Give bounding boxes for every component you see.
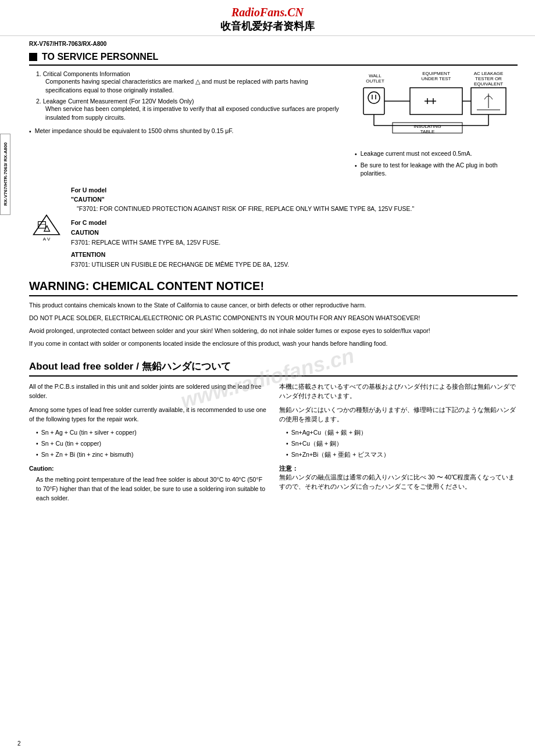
service-right: WALL OUTLET EQUIPMENT UNDER TEST AC LEAK…: [355, 70, 518, 180]
brand-title: RadioFans.CN: [0, 6, 535, 19]
warning-title: WARNING: CHEMICAL CONTENT NOTICE!: [29, 280, 518, 296]
service-left: 1. Critical Components Information Compo…: [29, 70, 343, 180]
svg-text:TESTER OR: TESTER OR: [475, 76, 502, 81]
bullet-text: Sn+Ag+Cu（錫 + 銀 + 銅）: [291, 428, 367, 438]
svg-text:OUTLET: OUTLET: [366, 78, 384, 84]
for-u-caution-text: "F3701: FOR CONTINUED PROTECTION AGAINST…: [77, 205, 518, 214]
service-title-text: TO SERVICE PERSONNEL: [42, 52, 158, 62]
list-item: • Leakage current must not exceed 0.5mA.: [355, 149, 518, 159]
model-label: RX-V767/HTR-7063/RX-A800: [29, 41, 518, 47]
service-section: TO SERVICE PERSONNEL 1. Critical Compone…: [29, 52, 518, 269]
bullet-dot: •: [355, 150, 357, 159]
caution-section: △ A V For U model "CAUTION" "F3701: FOR …: [29, 186, 518, 269]
item-body: Components having special characteristic…: [45, 77, 343, 94]
service-title: TO SERVICE PERSONNEL: [29, 52, 518, 66]
right-note-text: 無鉛ハンダの融点温度は通常の鉛入りハンダに比べ 30 〜 40℃程度高くなってい…: [279, 473, 518, 492]
bullet-dot: •: [355, 162, 357, 178]
list-item: • Sn+Zn+Bi（錫 + 亜鉛 + ビスマス）: [286, 450, 518, 460]
lead-right: 本機に搭載されているすべての基板およびハンダ付けによる接合部は無鉛ハンダでハンダ…: [279, 382, 518, 503]
list-item: 1. Critical Components Information Compo…: [36, 70, 343, 94]
lead-title: About lead free solder / 無鉛ハンダについて: [29, 360, 518, 377]
header: RadioFans.CN 收音机爱好者资料库: [0, 0, 535, 36]
item-title: 2. Leakage Current Measurement (For 120V…: [36, 98, 194, 105]
list-item: • Sn + Cu (tin + copper): [36, 439, 268, 449]
svg-text:TABLE: TABLE: [420, 129, 435, 134]
lead-para-1: All of the P.C.B.s installed in this uni…: [29, 382, 268, 401]
leakage-diagram: WALL OUTLET EQUIPMENT UNDER TEST AC LEAK…: [358, 70, 515, 146]
bullet-dot: •: [36, 428, 38, 438]
right-note: 注意： 無鉛ハンダの融点温度は通常の鉛入りハンダに比べ 30 〜 40℃程度高く…: [279, 464, 518, 492]
list-item: 2. Leakage Current Measurement (For 120V…: [36, 98, 343, 121]
bullet-dot: •: [286, 439, 288, 449]
bullet-dot: •: [36, 450, 38, 460]
bullet-text: Sn+Cu（錫 + 銅）: [291, 439, 343, 449]
diagram: WALL OUTLET EQUIPMENT UNDER TEST AC LEAK…: [355, 70, 518, 146]
lead-right-para-1: 本機に搭載されているすべての基板およびハンダ付けによる接合部は無鉛ハンダでハンダ…: [279, 382, 518, 401]
lead-para-2: Among some types of lead free solder cur…: [29, 406, 268, 424]
warning-para-3: Avoid prolonged, unprotected contact bet…: [29, 327, 518, 336]
for-c-section: For C model CAUTION F3701: REPLACE WITH …: [71, 218, 518, 269]
for-c-caution-text: F3701: REPLACE WITH SAME TYPE 8A, 125V F…: [71, 238, 518, 248]
page-number: 2: [17, 740, 21, 747]
attention-text: F3701: UTILISER UN FUSIBLE DE RECHANGE D…: [71, 260, 518, 270]
list-item: • Sn+Ag+Cu（錫 + 銀 + 銅）: [286, 428, 518, 438]
bullet-text: Sn + Ag + Cu (tin + silver + copper): [41, 428, 137, 438]
svg-text:INSULATING: INSULATING: [413, 124, 441, 129]
list-item: • Meter impedance should be equivalent t…: [29, 127, 343, 136]
warning-para-2: DO NOT PLACE SOLDER, ELECTRICAL/ELECTRON…: [29, 314, 518, 323]
for-u-caution-label: "CAUTION": [71, 195, 518, 205]
bullet-dot: •: [29, 127, 31, 136]
svg-text:EQUIVALENT: EQUIVALENT: [474, 81, 503, 87]
list-item: • Sn + Ag + Cu (tin + silver + copper): [36, 428, 268, 438]
item-title: 1. Critical Components Information: [36, 70, 130, 77]
caution-text: For U model "CAUTION" "F3701: FOR CONTIN…: [71, 186, 518, 269]
lead-right-bullet-list: • Sn+Ag+Cu（錫 + 銀 + 銅） • Sn+Cu（錫 + 銅） • S…: [286, 428, 518, 459]
black-square-icon: [29, 53, 37, 61]
for-c-caution-label: CAUTION: [71, 228, 518, 238]
caution-note-text: As the melting point temperature of the …: [36, 475, 268, 503]
bullet-text: Sn + Zn + Bi (tin + zinc + bismuth): [41, 450, 134, 460]
caution-triangle-icon: △: [32, 213, 61, 237]
item-body: When service has been completed, it is i…: [45, 105, 343, 121]
lead-content: All of the P.C.B.s installed in this uni…: [29, 382, 518, 503]
caution-note-head: Caution:: [29, 464, 268, 474]
warning-para-1: This product contains chemicals known to…: [29, 301, 518, 310]
for-u-model-head: For U model: [71, 186, 518, 195]
svg-text:EQUIPMENT: EQUIPMENT: [422, 71, 450, 76]
bullet-dot: •: [36, 439, 38, 449]
bullet-dot: •: [286, 450, 288, 460]
service-content: 1. Critical Components Information Compo…: [29, 70, 518, 180]
bullet-text: Meter impedance should be equivalent to …: [35, 127, 234, 136]
attention-label: ATTENTION: [71, 250, 518, 260]
main-content: RX-V767/HTR-7063/RX-A800 TO SERVICE PERS…: [12, 36, 535, 508]
for-c-model-head: For C model: [71, 218, 518, 228]
warning-section: WARNING: CHEMICAL CONTENT NOTICE! This p…: [29, 280, 518, 348]
numbered-list: 1. Critical Components Information Compo…: [36, 70, 343, 122]
lead-right-para-2: 無鉛ハンダにはいくつかの種類がありますが、修理時には下記のような無鉛ハンダの使用…: [279, 406, 518, 424]
bullet-dot: •: [286, 428, 288, 438]
right-note-head: 注意：: [279, 464, 518, 474]
lead-section: About lead free solder / 無鉛ハンダについて All o…: [29, 360, 518, 503]
svg-text:WALL: WALL: [369, 73, 381, 78]
lead-left: All of the P.C.B.s installed in this uni…: [29, 382, 268, 503]
lead-bullet-list: • Sn + Ag + Cu (tin + silver + copper) •…: [36, 428, 268, 459]
caution-note: Caution: As the melting point temperatur…: [29, 464, 268, 503]
svg-point-8: [368, 92, 380, 103]
header-subtitle: 收音机爱好者资料库: [0, 19, 535, 33]
svg-text:UNDER TEST: UNDER TEST: [422, 76, 451, 81]
list-item: • Sn + Zn + Bi (tin + zinc + bismuth): [36, 450, 268, 460]
list-item: • Be sure to test for leakage with the A…: [355, 161, 518, 178]
bullet-text: Sn+Zn+Bi（錫 + 亜鉛 + ビスマス）: [291, 450, 390, 460]
svg-text:AC LEAKAGE: AC LEAKAGE: [474, 71, 504, 76]
bullet-list-left: • Meter impedance should be equivalent t…: [29, 127, 343, 136]
warning-para-4: If you come in contact with solder or co…: [29, 339, 518, 349]
bullet-text: Sn + Cu (tin + copper): [41, 439, 101, 449]
bullet-text: Leakage current must not exceed 0.5mA.: [361, 149, 472, 159]
list-item: • Sn+Cu（錫 + 銅）: [286, 439, 518, 449]
bullet-list-right: • Leakage current must not exceed 0.5mA.…: [355, 149, 518, 178]
av-label: A V: [43, 237, 50, 242]
caution-icon: △ A V: [29, 186, 64, 269]
side-label: RX-V767/HTR-7063/ RX-A800: [0, 134, 10, 215]
bullet-text: Be sure to test for leakage with the AC …: [361, 161, 518, 178]
